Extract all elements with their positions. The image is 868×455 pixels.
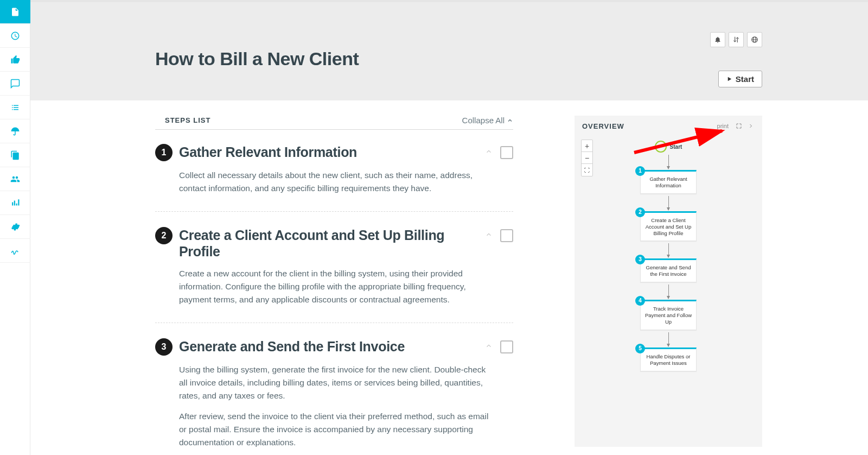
step-collapse-toggle[interactable] xyxy=(485,231,493,241)
thumbs-up-icon xyxy=(10,55,20,65)
flow-node-label: Gather Relevant Information xyxy=(649,176,687,188)
umbrella-icon xyxy=(10,127,20,136)
flow-node-number: 1 xyxy=(635,166,645,176)
overview-heading: OVERVIEW xyxy=(582,122,624,130)
flow-node-label: Track Invoice Payment and Follow Up xyxy=(645,306,692,325)
sidebar-item-list[interactable] xyxy=(0,96,30,119)
start-button-label: Start xyxy=(736,74,754,84)
flow-diagram: Start 1Gather Relevant Information 2Crea… xyxy=(578,141,759,371)
chevron-up-icon xyxy=(485,231,493,238)
step-body: Collect all necessary details about the … xyxy=(179,169,494,195)
gear-icon xyxy=(10,222,20,232)
step-item: 1 Gather Relevant Information Collect al… xyxy=(155,138,513,212)
flow-connector xyxy=(668,285,669,299)
document-icon xyxy=(10,7,20,17)
sidebar-item-thumbs-up[interactable] xyxy=(0,48,30,72)
step-item: 3 Generate and Send the First Invoice Us… xyxy=(155,333,513,455)
flow-connector xyxy=(668,332,669,346)
stats-icon xyxy=(10,198,20,208)
step-paragraph: Create a new account for the client in t… xyxy=(179,267,494,306)
step-collapse-toggle[interactable] xyxy=(485,148,493,157)
page-title: How to Bill a New Client xyxy=(155,48,359,69)
overview-header: OVERVIEW print xyxy=(575,116,762,136)
step-title: Generate and Send the First Invoice xyxy=(179,338,480,355)
step-checkbox[interactable] xyxy=(500,229,513,242)
left-nav-rail xyxy=(0,0,30,455)
chevron-right-icon xyxy=(748,123,754,129)
step-body: Create a new account for the client in t… xyxy=(179,267,494,306)
list-icon xyxy=(10,103,20,112)
overview-panel: OVERVIEW print + − ⛶ Start 1Gather Relev… xyxy=(575,116,762,447)
start-button[interactable]: Start xyxy=(718,71,762,87)
signature-icon xyxy=(10,246,20,256)
users-icon xyxy=(10,174,20,184)
flow-node-label: Create a Client Account and Set Up Billi… xyxy=(646,217,692,236)
flow-node[interactable]: 2Create a Client Account and Set Up Bill… xyxy=(640,211,697,242)
flow-start-label: Start xyxy=(670,144,682,150)
chat-icon xyxy=(10,79,20,89)
clock-icon xyxy=(10,31,20,41)
step-checkbox[interactable] xyxy=(500,340,513,353)
sidebar-item-chat[interactable] xyxy=(0,72,30,96)
print-button[interactable]: print xyxy=(717,123,729,129)
sidebar-item-copy[interactable] xyxy=(0,143,30,167)
main-area: STEPS LIST Collapse All 1 Gather Relevan… xyxy=(30,100,868,455)
sidebar-item-gear[interactable] xyxy=(0,215,30,239)
step-paragraph: After review, send the invoice to the cl… xyxy=(179,410,494,449)
sidebar-item-umbrella[interactable] xyxy=(0,119,30,143)
sort-button[interactable] xyxy=(729,32,744,47)
step-paragraph: Collect all necessary details about the … xyxy=(179,169,494,195)
flow-node-label: Generate and Send the First Invoice xyxy=(646,264,691,277)
chevron-up-icon xyxy=(485,148,493,155)
expand-button[interactable] xyxy=(733,120,745,132)
flow-node[interactable]: 1Gather Relevant Information xyxy=(640,170,697,194)
flow-connector xyxy=(668,155,669,169)
expand-icon xyxy=(736,123,742,129)
step-title: Gather Relevant Information xyxy=(179,144,480,160)
flow-node[interactable]: 5Handle Disputes or Payment Issues xyxy=(640,347,697,371)
step-number-badge: 2 xyxy=(155,227,173,244)
collapse-all-label: Collapse All xyxy=(462,116,505,125)
play-icon xyxy=(726,76,732,82)
flow-node-number: 4 xyxy=(635,296,645,306)
collapse-all-button[interactable]: Collapse All xyxy=(462,116,513,125)
header-actions xyxy=(710,32,762,47)
step-body: Using the billing system, generate the f… xyxy=(179,363,494,449)
overview-next-button[interactable] xyxy=(745,120,757,132)
chevron-up-icon xyxy=(485,342,493,350)
page-header: How to Bill a New Client Start xyxy=(30,0,868,100)
sidebar-item-clock[interactable] xyxy=(0,24,30,48)
notifications-button[interactable] xyxy=(710,32,725,47)
step-number-badge: 1 xyxy=(155,144,173,161)
start-circle-icon xyxy=(655,141,667,153)
step-item: 2 Create a Client Account and Set Up Bil… xyxy=(155,222,513,323)
bell-icon xyxy=(714,36,722,43)
sidebar-item-stats[interactable] xyxy=(0,191,30,215)
flow-connector xyxy=(668,243,669,257)
steps-heading: STEPS LIST xyxy=(155,116,210,124)
sidebar-item-document[interactable] xyxy=(0,0,30,24)
step-collapse-toggle[interactable] xyxy=(485,342,493,352)
flow-node-number: 5 xyxy=(635,344,645,353)
steps-header: STEPS LIST Collapse All xyxy=(155,116,513,130)
flow-node-number: 2 xyxy=(635,207,645,217)
flow-start[interactable]: Start xyxy=(655,141,682,153)
flow-node-number: 3 xyxy=(635,255,645,264)
copy-icon xyxy=(10,150,20,160)
step-number-badge: 3 xyxy=(155,338,173,356)
steps-column: STEPS LIST Collapse All 1 Gather Relevan… xyxy=(30,100,567,455)
flow-node[interactable]: 3Generate and Send the First Invoice xyxy=(640,258,697,282)
step-paragraph: Using the billing system, generate the f… xyxy=(179,363,494,402)
flow-connector xyxy=(668,196,669,210)
step-checkbox[interactable] xyxy=(500,146,513,159)
sidebar-item-users[interactable] xyxy=(0,167,30,191)
sidebar-item-signature[interactable] xyxy=(0,239,30,263)
flow-node[interactable]: 4Track Invoice Payment and Follow Up xyxy=(640,300,697,330)
globe-button[interactable] xyxy=(747,32,762,47)
sort-icon xyxy=(732,36,740,43)
flow-node-label: Handle Disputes or Payment Issues xyxy=(647,353,691,366)
step-title: Create a Client Account and Set Up Billi… xyxy=(179,227,480,260)
chevron-up-icon xyxy=(507,117,513,124)
globe-icon xyxy=(751,36,758,43)
overview-canvas: + − ⛶ Start 1Gather Relevant Information… xyxy=(578,136,759,444)
